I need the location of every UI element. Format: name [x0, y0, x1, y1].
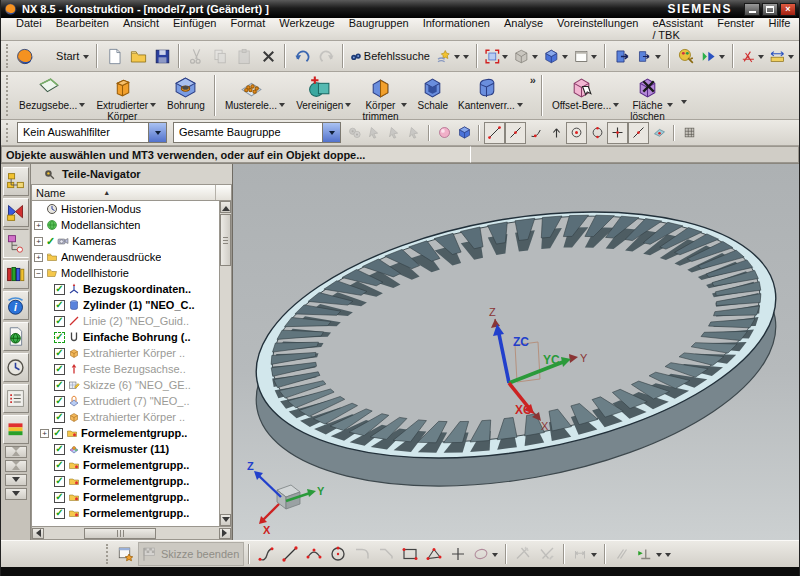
scroll-tabs-up-button[interactable]: [5, 446, 27, 458]
snap-intersection-icon[interactable]: [607, 122, 628, 144]
reuse-library-tab[interactable]: [3, 260, 29, 289]
extrudierter-koerper-button[interactable]: ExtrudierterKörper: [91, 73, 162, 119]
open-icon[interactable]: [126, 43, 150, 69]
feature-checkbox[interactable]: ✓: [54, 444, 65, 455]
menu-item-analyse[interactable]: Analyse: [497, 14, 550, 44]
scrollbar-thumb[interactable]: [220, 214, 231, 266]
menu-item-eassistanttbk[interactable]: eAssistant / TBK: [645, 14, 710, 44]
feature-checkbox[interactable]: ✓: [54, 412, 65, 423]
constraint-navigator-tab[interactable]: [3, 198, 29, 227]
finish-sketch-button[interactable]: Skizze beenden: [138, 542, 244, 566]
bohrung-button[interactable]: Bohrung: [162, 73, 210, 119]
dropdown-caret-icon[interactable]: [665, 553, 671, 560]
polygon-icon[interactable]: [422, 542, 446, 566]
schale-button[interactable]: Schale: [413, 73, 454, 119]
highlight-icon[interactable]: [434, 122, 454, 144]
move-rotate-icon[interactable]: [634, 43, 664, 69]
tree-item[interactable]: ✓Zylinder (1) "NEO_C..: [32, 297, 231, 313]
menu-item-datei[interactable]: Datei: [9, 14, 49, 44]
nx-logo[interactable]: [14, 43, 38, 69]
tree-item[interactable]: −Modellhistorie: [32, 265, 231, 281]
ellipse-icon[interactable]: [470, 542, 501, 566]
hscrollbar-thumb[interactable]: [84, 528, 156, 539]
tree-horizontal-scrollbar[interactable]: [31, 527, 232, 540]
dropdown-caret-icon[interactable]: [655, 55, 661, 62]
tree-item[interactable]: ✓Kreismuster (11): [32, 441, 231, 457]
bezugsebene-button[interactable]: Bezugsebe...: [14, 73, 91, 119]
measure-icon[interactable]: [767, 43, 797, 69]
menu-item-voreinstellungen[interactable]: Voreinstellungen: [550, 14, 645, 44]
tree-vertical-scrollbar[interactable]: [219, 201, 231, 526]
selection-filter-select[interactable]: Kein Auswahlfilter: [17, 122, 167, 143]
undo-icon[interactable]: [290, 43, 314, 69]
chamfer-icon[interactable]: [374, 542, 398, 566]
copy-icon[interactable]: [208, 43, 232, 69]
history-tab[interactable]: [3, 353, 29, 382]
view-orientation-icon[interactable]: [541, 43, 571, 69]
tree-item[interactable]: ✓Linie (2) "NEO_Guid..: [32, 313, 231, 329]
feature-checkbox[interactable]: ✓: [54, 460, 65, 471]
dropdown-caret-icon[interactable]: [719, 55, 725, 62]
tree-item[interactable]: ✓Einfache Bohrung (..: [32, 329, 231, 345]
deselect-icon[interactable]: [404, 122, 424, 144]
feature-checkbox[interactable]: ✓: [54, 396, 65, 407]
tree-item[interactable]: +✓Kameras: [32, 233, 231, 249]
over flow-caret[interactable]: [679, 104, 688, 116]
quick-extend-icon[interactable]: [535, 542, 559, 566]
start-button[interactable]: Start: [38, 43, 93, 69]
feature-checkbox[interactable]: ✓: [54, 300, 65, 311]
save-icon[interactable]: [150, 43, 174, 69]
line-icon[interactable]: [278, 542, 302, 566]
menu-item-informationen[interactable]: Informationen: [416, 14, 497, 44]
scroll-down-button[interactable]: [220, 514, 231, 526]
menu-item-fenster[interactable]: Fenster: [710, 14, 761, 44]
scroll-tabs-down-button[interactable]: [5, 474, 27, 486]
menu-item-werkzeuge[interactable]: Werkzeuge: [272, 14, 341, 44]
dropdown-caret-icon[interactable]: [758, 55, 764, 62]
musterelement-button[interactable]: Musterele...: [220, 73, 291, 119]
tree-item[interactable]: ✓Formelementgrupp..: [32, 457, 231, 473]
delete-icon[interactable]: [256, 43, 280, 69]
dropdown-caret-icon[interactable]: [454, 55, 460, 62]
dropdown-caret-icon[interactable]: [502, 55, 508, 62]
expand-icon[interactable]: +: [34, 253, 43, 262]
grid-icon[interactable]: [679, 122, 699, 144]
background-icon[interactable]: [571, 43, 601, 69]
dropdown-caret-icon[interactable]: [401, 103, 407, 110]
snap-endpoint-icon[interactable]: [484, 122, 505, 144]
circle-icon[interactable]: [326, 542, 350, 566]
dropdown-caret-icon[interactable]: [492, 553, 498, 560]
assembly-navigator-tab[interactable]: [3, 167, 29, 196]
column-header[interactable]: Name ▲: [31, 184, 232, 201]
menu-item-format[interactable]: Format: [223, 14, 272, 44]
overflow-chevron[interactable]: »: [530, 74, 536, 86]
expand-icon[interactable]: +: [34, 237, 43, 246]
tree-item[interactable]: ✓Extrudiert (7) "NEO_..: [32, 393, 231, 409]
dropdown-caret-icon[interactable]: [613, 103, 619, 110]
select-next-icon[interactable]: [384, 122, 404, 144]
dropdown-caret-icon[interactable]: [83, 55, 89, 62]
quick-trim-icon[interactable]: [511, 542, 535, 566]
dropdown-caret-icon[interactable]: [517, 103, 523, 110]
feature-checkbox[interactable]: ✓: [52, 428, 63, 439]
dropdown-caret-icon[interactable]: [532, 55, 538, 62]
feature-checkbox[interactable]: ✓: [54, 380, 65, 391]
snap-midpoint-icon[interactable]: [505, 122, 526, 144]
arc-icon[interactable]: [302, 542, 326, 566]
menu-item-baugruppen[interactable]: Baugruppen: [342, 14, 416, 44]
tree-item[interactable]: +Anwenderausdrücke: [32, 249, 231, 265]
feature-checkbox[interactable]: ✓: [54, 316, 65, 327]
offset-bereich-button[interactable]: Offset-Bere...: [547, 73, 625, 119]
dropdown-caret-icon[interactable]: [591, 553, 597, 560]
constraint-parallel-icon[interactable]: [610, 542, 634, 566]
snap-arc-center-icon[interactable]: [566, 122, 587, 144]
dropdown-caret-icon[interactable]: [345, 103, 351, 110]
scroll-tabs-down2-button[interactable]: [5, 488, 27, 500]
tree-item[interactable]: ✓Feste Bezugsachse..: [32, 361, 231, 377]
selection-filter-dropdown[interactable]: [148, 123, 166, 142]
redo-icon[interactable]: [314, 43, 338, 69]
menu-item-hilfe[interactable]: Hilfe: [761, 14, 797, 44]
flaeche-loeschen-button[interactable]: Flächelöschen: [625, 73, 678, 119]
selection-scope-select[interactable]: Gesamte Baugruppe: [173, 122, 341, 143]
role-icon[interactable]: [674, 43, 698, 69]
